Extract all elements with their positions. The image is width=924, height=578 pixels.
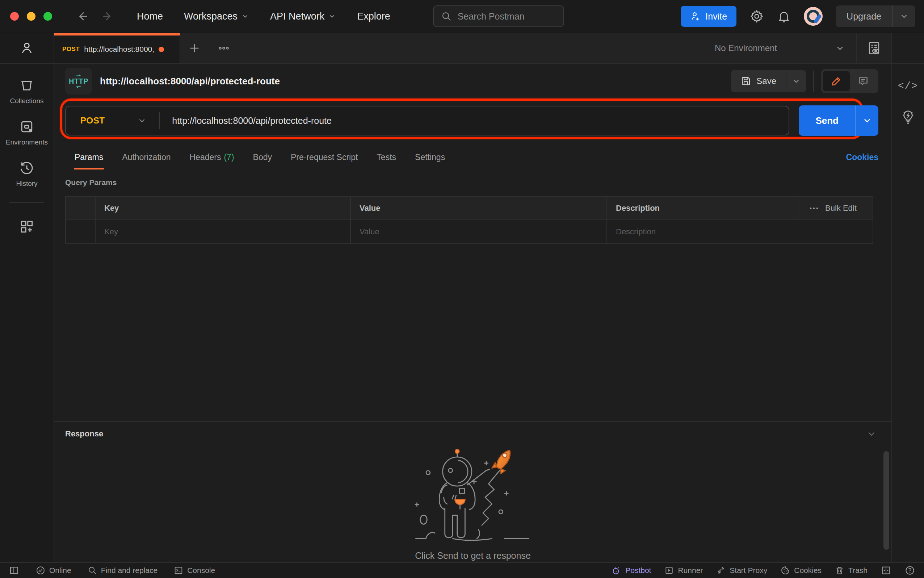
new-tab-button[interactable] (180, 33, 209, 63)
nav-workspaces[interactable]: Workspaces (176, 6, 257, 26)
save-button[interactable]: Save (731, 70, 786, 93)
key-input[interactable] (104, 227, 341, 237)
request-tab[interactable]: POST http://localhost:8000, (54, 33, 180, 63)
save-options-chevron[interactable] (786, 70, 806, 93)
sidebar-item-profile[interactable] (0, 33, 53, 64)
cookie-icon (780, 565, 790, 575)
postman-window: Home Workspaces API Network Explore Sear… (0, 0, 924, 578)
tab-body[interactable]: Body (244, 146, 281, 169)
person-plus-icon (690, 11, 701, 22)
find-and-replace-button[interactable]: Find and replace (81, 565, 164, 575)
http-protocol-icon: ⇀ HTTP ↽ (65, 68, 92, 94)
search-icon (441, 11, 452, 22)
status-bar: Online Find and replace Console Postbot … (0, 562, 924, 578)
row-select-cell[interactable] (66, 220, 96, 244)
three-dots-icon (809, 203, 819, 214)
send-options-chevron[interactable] (855, 106, 879, 136)
back-arrow-icon[interactable] (76, 10, 89, 23)
nav-api-network-label: API Network (270, 11, 324, 22)
key-input-cell[interactable] (96, 220, 351, 244)
value-input-cell[interactable] (351, 220, 607, 244)
check-circle-icon (36, 565, 45, 575)
response-empty-message: Click Send to get a response (415, 550, 531, 561)
chevron-down-icon[interactable] (892, 5, 915, 27)
runner-play-icon (664, 565, 674, 575)
toggle-sidebar-button[interactable] (9, 565, 26, 576)
query-params-section: Query Params Key Value Description Bulk … (54, 169, 892, 244)
top-bar-right: Invite Upgrade (681, 5, 915, 27)
sidebar-item-collections[interactable]: Collections (10, 78, 44, 105)
start-proxy-button[interactable]: Start Proxy (709, 565, 774, 575)
tab-authorization-label: Authorization (122, 153, 170, 162)
history-label: History (16, 180, 37, 188)
response-scrollbar[interactable] (883, 451, 889, 550)
url-input[interactable]: http://localhost:8000/api/protected-rout… (160, 115, 332, 126)
save-split-button: Save (731, 70, 806, 93)
postbot-button[interactable]: Postbot (604, 565, 658, 576)
edit-pencil-button[interactable] (823, 71, 850, 91)
description-input-cell[interactable] (607, 220, 872, 244)
code-snippet-icon[interactable]: </> (898, 80, 918, 92)
tab-authorization[interactable]: Authorization (113, 146, 180, 169)
chevron-down-icon[interactable] (866, 429, 877, 439)
tab-settings[interactable]: Settings (405, 146, 454, 169)
lightbulb-bolt-icon[interactable] (900, 108, 916, 125)
bulk-edit-button[interactable]: Bulk Edit (798, 197, 872, 219)
runner-button[interactable]: Runner (658, 565, 709, 575)
forward-arrow-icon[interactable] (101, 10, 114, 23)
help-button[interactable] (898, 565, 915, 576)
online-label: Online (49, 566, 71, 575)
request-pane-empty-space (54, 244, 892, 421)
environment-selector[interactable]: No Environment (704, 43, 856, 53)
nav-home[interactable]: Home (129, 6, 171, 26)
sidebar-item-environments[interactable]: Environments (6, 119, 48, 146)
nav-api-network[interactable]: API Network (262, 6, 344, 26)
zoom-window-button[interactable] (44, 12, 52, 21)
settings-gear-icon[interactable] (749, 9, 764, 24)
request-tab-strip: POST http://localhost:8000, No Environme… (54, 33, 892, 64)
description-input[interactable] (616, 227, 864, 237)
response-header[interactable]: Response (54, 422, 892, 445)
top-nav: Home Workspaces API Network Explore (129, 6, 398, 26)
chevron-down-icon (137, 116, 147, 125)
url-input-container: POST http://localhost:8000/api/protected… (65, 106, 789, 135)
runner-label: Runner (678, 566, 703, 575)
upgrade-button[interactable]: Upgrade (836, 5, 915, 27)
invite-button[interactable]: Invite (681, 6, 736, 27)
tab-options-button[interactable] (209, 33, 239, 63)
two-pane-view-button[interactable] (874, 565, 898, 576)
sidebar-item-history[interactable]: History (16, 160, 37, 188)
send-button[interactable]: Send (799, 106, 855, 136)
astronaut-rocket-illustration (411, 445, 534, 547)
notifications-bell-icon[interactable] (777, 10, 791, 23)
environment-area: No Environment (704, 33, 892, 63)
value-input[interactable] (360, 227, 598, 237)
tab-pre-request-script[interactable]: Pre-request Script (281, 146, 367, 169)
close-window-button[interactable] (10, 12, 19, 21)
environments-label: Environments (6, 138, 48, 146)
query-params-table: Key Value Description Bulk Edit (65, 196, 873, 244)
method-selector[interactable]: POST (66, 115, 159, 126)
tab-headers[interactable]: Headers(7) (180, 146, 244, 169)
right-sidebar-top (892, 33, 924, 64)
console-button[interactable]: Console (167, 565, 222, 575)
online-status[interactable]: Online (29, 565, 78, 575)
tab-tests[interactable]: Tests (367, 146, 405, 169)
method-label: POST (80, 115, 105, 126)
configure-sidebar-button[interactable] (19, 219, 35, 235)
body-row: Collections Environments History POST ht… (0, 33, 924, 562)
search-placeholder: Search Postman (458, 11, 525, 22)
minimize-window-button[interactable] (27, 12, 36, 21)
comment-button[interactable] (850, 71, 877, 91)
environment-quick-look-icon[interactable] (857, 40, 892, 56)
tab-params[interactable]: Params (65, 146, 113, 169)
nav-explore[interactable]: Explore (349, 6, 398, 26)
cookies-button[interactable]: Cookies (774, 565, 828, 575)
tab-params-label: Params (75, 153, 103, 162)
trash-button[interactable]: Trash (828, 565, 874, 575)
avatar[interactable] (804, 7, 823, 26)
trash-icon (835, 565, 845, 575)
search-input[interactable]: Search Postman (433, 5, 564, 27)
cookies-link[interactable]: Cookies (846, 153, 879, 162)
url-row: POST http://localhost:8000/api/protected… (54, 99, 892, 143)
